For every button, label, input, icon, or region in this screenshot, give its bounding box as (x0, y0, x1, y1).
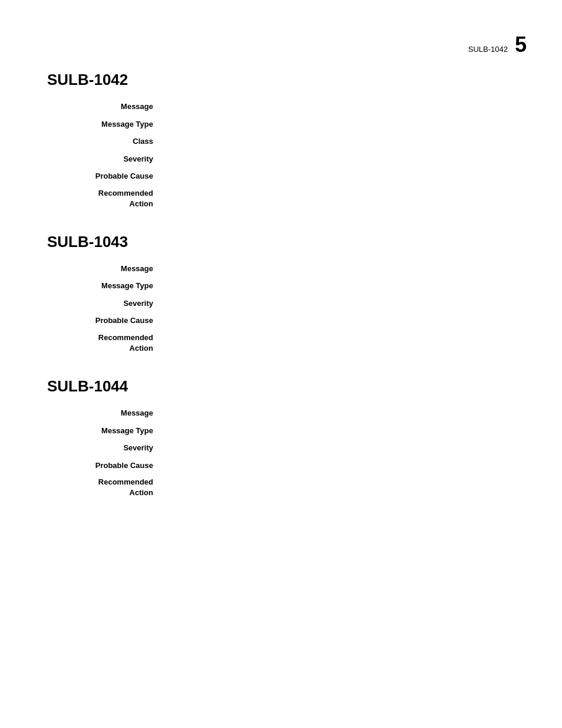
field-recommendedaction-1043: RecommendedAction (47, 332, 515, 354)
field-label-message-1044: Message (47, 407, 165, 419)
field-label-messagetype-1044: Message Type (47, 425, 165, 437)
field-value-severity-1043 (165, 298, 515, 309)
field-label-severity-1042: Severity (47, 153, 165, 165)
field-value-probablecause-1044 (165, 460, 515, 472)
field-label-messagetype-1042: Message Type (47, 118, 165, 130)
field-value-messagetype-1044 (165, 425, 515, 437)
field-probablecause-1043: Probable Cause (47, 315, 515, 327)
field-label-recommendedaction-1044: RecommendedAction (47, 477, 165, 498)
field-probablecause-1044: Probable Cause (47, 460, 515, 472)
field-severity-1043: Severity (47, 298, 515, 309)
field-value-recommendedaction-1042 (165, 188, 515, 209)
field-value-probablecause-1042 (165, 170, 515, 182)
field-class-1042: Class (47, 136, 515, 147)
field-value-severity-1042 (165, 153, 515, 165)
section-sulb-1043: SULB-1043 Message Message Type Severity … (47, 233, 515, 354)
field-severity-1044: Severity (47, 442, 515, 454)
page-header: SULB-1042 5 (468, 32, 527, 57)
field-recommendedaction-1042: RecommendedAction (47, 188, 515, 209)
field-messagetype-1044: Message Type (47, 425, 515, 437)
header-page-number: 5 (515, 32, 527, 57)
field-value-recommendedaction-1043 (165, 332, 515, 354)
field-value-recommendedaction-1044 (165, 477, 515, 498)
field-messagetype-1042: Message Type (47, 118, 515, 130)
field-value-message-1044 (165, 407, 515, 419)
field-value-probablecause-1043 (165, 315, 515, 327)
section-sulb-1042: SULB-1042 Message Message Type Class Sev… (47, 71, 515, 209)
field-value-message-1042 (165, 101, 515, 113)
field-message-1042: Message (47, 101, 515, 113)
field-label-message-1043: Message (47, 263, 165, 275)
field-value-messagetype-1043 (165, 280, 515, 292)
field-message-1044: Message (47, 407, 515, 419)
field-label-class-1042: Class (47, 136, 165, 147)
field-value-messagetype-1042 (165, 118, 515, 130)
field-label-probablecause-1042: Probable Cause (47, 170, 165, 182)
field-label-recommendedaction-1042: RecommendedAction (47, 188, 165, 209)
header-code: SULB-1042 (468, 45, 508, 54)
section-title-1042: SULB-1042 (47, 71, 515, 89)
field-label-probablecause-1044: Probable Cause (47, 460, 165, 472)
field-value-severity-1044 (165, 442, 515, 454)
section-sulb-1044: SULB-1044 Message Message Type Severity … (47, 377, 515, 498)
field-label-messagetype-1043: Message Type (47, 280, 165, 292)
field-label-severity-1043: Severity (47, 298, 165, 309)
field-severity-1042: Severity (47, 153, 515, 165)
section-title-1043: SULB-1043 (47, 233, 515, 251)
field-probablecause-1042: Probable Cause (47, 170, 515, 182)
field-label-probablecause-1043: Probable Cause (47, 315, 165, 327)
field-value-class-1042 (165, 136, 515, 147)
field-messagetype-1043: Message Type (47, 280, 515, 292)
section-title-1044: SULB-1044 (47, 377, 515, 396)
field-label-message-1042: Message (47, 101, 165, 113)
field-recommendedaction-1044: RecommendedAction (47, 477, 515, 498)
field-value-message-1043 (165, 263, 515, 275)
main-content: SULB-1042 Message Message Type Class Sev… (0, 0, 562, 499)
field-label-recommendedaction-1043: RecommendedAction (47, 332, 165, 354)
field-label-severity-1044: Severity (47, 442, 165, 454)
field-message-1043: Message (47, 263, 515, 275)
